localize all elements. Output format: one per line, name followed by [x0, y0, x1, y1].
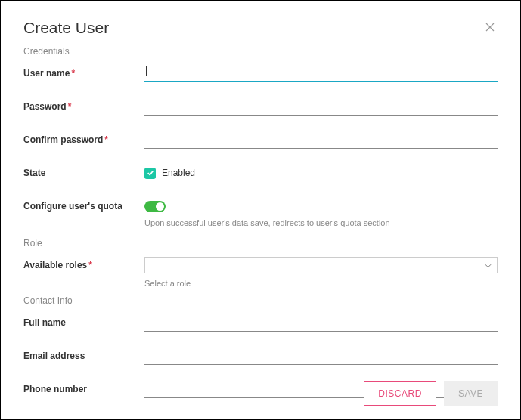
- label-email: Email address: [23, 351, 144, 361]
- available-roles-select[interactable]: [144, 257, 498, 273]
- dialog-title: Create User: [23, 19, 109, 37]
- label-configure-quota: Configure user's quota: [23, 201, 144, 212]
- label-phone: Phone number: [23, 384, 144, 394]
- save-button[interactable]: SAVE: [444, 381, 498, 406]
- state-enabled-checkbox[interactable]: [144, 168, 156, 179]
- state-enabled-label: Enabled: [162, 168, 195, 178]
- confirm-password-input[interactable]: [144, 131, 498, 149]
- section-credentials: Credentials: [23, 46, 498, 57]
- dialog-header: Create User: [23, 19, 498, 37]
- label-password: Password*: [23, 101, 144, 112]
- label-full-name: Full name: [23, 317, 144, 328]
- section-role: Role: [23, 238, 498, 249]
- roles-helper-text: Select a role: [144, 279, 498, 288]
- label-username: User name*: [23, 68, 144, 79]
- close-icon[interactable]: [482, 19, 498, 37]
- label-state: State: [23, 168, 144, 178]
- discard-button[interactable]: DISCARD: [364, 381, 436, 406]
- full-name-input[interactable]: [144, 314, 498, 332]
- create-user-dialog: Create User Credentials User name* Passw…: [0, 0, 521, 420]
- username-input[interactable]: [144, 64, 498, 82]
- label-confirm-password: Confirm password*: [23, 134, 144, 145]
- section-contact: Contact Info: [23, 295, 498, 306]
- quota-helper-text: Upon successful user's data save, redire…: [144, 218, 498, 227]
- password-input[interactable]: [144, 98, 498, 116]
- label-available-roles: Available roles*: [23, 260, 144, 270]
- email-input[interactable]: [144, 347, 498, 365]
- dialog-footer: DISCARD SAVE: [364, 381, 498, 406]
- text-cursor: [146, 66, 147, 76]
- configure-quota-toggle[interactable]: [144, 201, 166, 212]
